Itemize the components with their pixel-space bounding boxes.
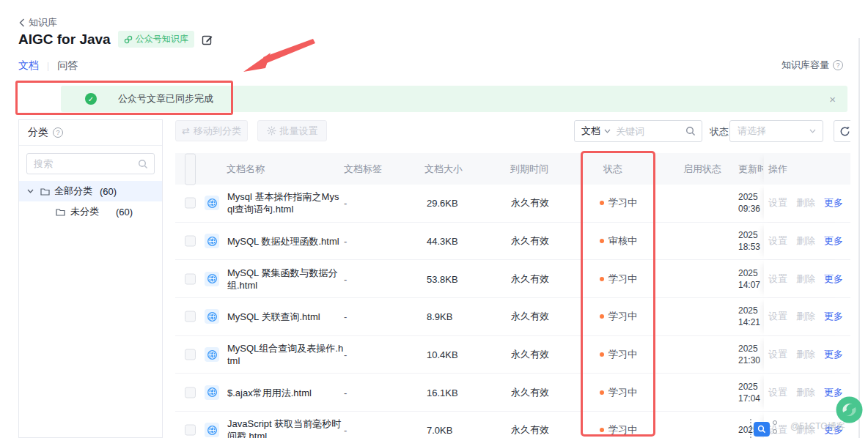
tab-documents[interactable]: 文档 (18, 59, 39, 73)
tree-item-uncategorized[interactable]: 未分类 (60) (19, 201, 162, 222)
delete-action[interactable]: 删除 (796, 386, 815, 399)
doc-name-link[interactable]: $.ajax常用用法.html (227, 386, 359, 398)
tree-item-all-categories[interactable]: 全部分类 (60) (19, 181, 162, 201)
more-action[interactable]: 更多 (824, 348, 843, 361)
help-icon: ? (833, 60, 843, 70)
status-text: 审核中 (608, 234, 637, 248)
status-filter-select[interactable]: 请选择 (729, 120, 823, 142)
doc-type-select[interactable]: 文档 (575, 125, 616, 138)
doc-name-link[interactable]: MySQL 数据处理函数.html (227, 235, 359, 248)
keyword-input[interactable] (616, 126, 683, 137)
status-badge: 学习中 (600, 423, 637, 437)
edit-icon[interactable] (202, 34, 213, 45)
caret-down-icon (604, 129, 611, 133)
kb-capacity[interactable]: 知识库容量 ? (781, 59, 843, 72)
status-badge: 学习中 (600, 310, 637, 323)
category-search (26, 153, 155, 174)
gear-icon (267, 126, 276, 136)
settings-action[interactable]: 设置 (768, 348, 787, 361)
status-dot-icon (600, 201, 604, 205)
doc-expiry: 永久有效 (511, 348, 549, 361)
table-row: MySQL组合查询及表操作.html - 10.4KB 永久有效 学习中 202… (175, 336, 850, 374)
more-action[interactable]: 更多 (824, 310, 843, 323)
link-icon (124, 35, 133, 44)
page-title: AIGC for Java (18, 31, 111, 48)
search-icon (138, 159, 148, 169)
update-time: 2025 18:53 (738, 229, 763, 253)
doc-name-link[interactable]: MySQL组合查询及表操作.html (227, 342, 359, 367)
category-title: 分类 (28, 126, 48, 139)
settings-action[interactable]: 设置 (768, 423, 787, 437)
row-checkbox[interactable] (185, 311, 196, 322)
table-row: MySQL 聚集函数与数据分组.html - 53.8KB 永久有效 学习中 2… (175, 260, 850, 298)
row-checkbox[interactable] (185, 198, 196, 209)
keyword-filter: 文档 (574, 120, 702, 142)
status-badge: 审核中 (600, 234, 637, 248)
keyword-search-button[interactable] (683, 126, 702, 136)
delete-action[interactable]: 删除 (796, 348, 815, 361)
settings-action[interactable]: 设置 (768, 234, 787, 248)
select-all-checkbox[interactable] (185, 153, 196, 185)
web-doc-icon (205, 272, 219, 286)
update-time-line: 14:07 (738, 279, 763, 291)
status-text: 学习中 (608, 272, 637, 286)
tab-qa[interactable]: 问答 (57, 59, 78, 73)
delete-action[interactable]: 删除 (796, 234, 815, 248)
settings-action[interactable]: 设置 (768, 386, 787, 399)
doc-name-link[interactable]: MySQL 关联查询.html (227, 311, 359, 323)
table-row: JavaScript 获取当前毫秒时间戳.html - 7.0KB 永久有效 学… (175, 412, 850, 438)
selection-dashed-line (750, 419, 751, 438)
row-checkbox[interactable] (185, 349, 196, 360)
more-action[interactable]: 更多 (824, 196, 843, 209)
row-checkbox[interactable] (185, 387, 196, 398)
doc-name-link[interactable]: JavaScript 获取当前毫秒时间戳.html (227, 417, 359, 438)
settings-action[interactable]: 设置 (768, 272, 787, 286)
settings-action[interactable]: 设置 (768, 310, 787, 323)
breadcrumb-back[interactable]: 知识库 (19, 16, 57, 29)
check-circle-icon: ✓ (85, 93, 97, 105)
status-dot-icon (600, 352, 604, 357)
row-actions: 设置 删除 更多 (764, 336, 850, 374)
update-date-line: 2025 (738, 343, 763, 355)
refresh-button[interactable] (834, 120, 850, 142)
doc-name-link[interactable]: MySQL 聚集函数与数据分组.html (227, 267, 359, 292)
row-actions: 设置 删除 更多 (764, 260, 850, 297)
delete-action[interactable]: 删除 (796, 196, 815, 209)
row-checkbox[interactable] (185, 236, 196, 247)
row-checkbox[interactable] (185, 273, 196, 284)
scrollbar[interactable] (858, 38, 860, 438)
row-actions: 设置 删除 更多 (764, 223, 850, 260)
doc-tag: - (344, 236, 347, 247)
tree-label: 未分类 (70, 205, 99, 218)
update-time-line: 17:04 (738, 393, 763, 404)
category-search-input[interactable] (27, 154, 154, 174)
51cto-logo (836, 396, 863, 423)
status-text: 学习中 (608, 196, 637, 209)
doc-size: 29.6KB (427, 198, 458, 209)
row-actions: 设置 删除 更多 (764, 185, 850, 222)
update-time-line: 21:30 (738, 355, 763, 366)
folder-icon (56, 208, 65, 216)
more-action[interactable]: 更多 (824, 272, 843, 286)
update-date-line: 2025 (738, 229, 763, 241)
delete-action[interactable]: 删除 (796, 272, 815, 286)
web-doc-icon (205, 385, 219, 400)
doc-tag: - (344, 387, 347, 398)
table-body: Mysql 基本操作指南之Mysql查询语句.html - 29.6KB 永久有… (175, 185, 850, 438)
doc-tag: - (344, 425, 347, 436)
banner-message: 公众号文章已同步完成 (118, 92, 213, 105)
more-action[interactable]: 更多 (824, 234, 843, 248)
settings-action[interactable]: 设置 (768, 196, 787, 209)
doc-name-link[interactable]: Mysql 基本操作指南之Mysql查询语句.html (227, 190, 359, 215)
row-checkbox[interactable] (185, 425, 196, 436)
swap-icon: ⇄ (182, 125, 190, 136)
batch-settings-button[interactable]: 批量设置 (257, 120, 327, 141)
document-panel: ⇄ 移动到分类 批量设置 文档 (175, 119, 850, 438)
status-dot-icon (600, 314, 604, 319)
close-icon[interactable]: × (829, 93, 836, 105)
caret-down-icon (809, 129, 816, 133)
delete-action[interactable]: 删除 (796, 310, 815, 323)
kb-badge-label: 公众号知识库 (136, 33, 188, 45)
category-help-icon[interactable]: ? (53, 127, 63, 138)
move-to-category-button[interactable]: ⇄ 移动到分类 (175, 120, 248, 141)
